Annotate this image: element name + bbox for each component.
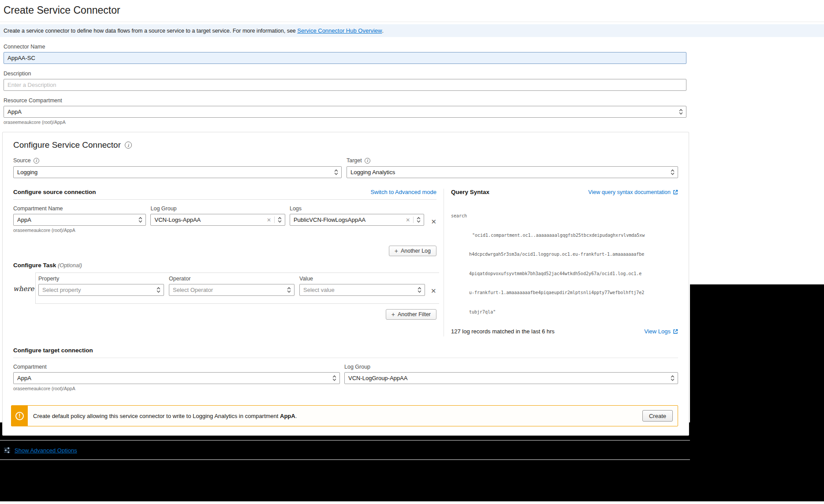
remove-filter-row-icon[interactable]: ✕ xyxy=(431,287,436,294)
select-stepper-icon xyxy=(138,217,142,223)
target-log-group-label: Log Group xyxy=(344,364,678,370)
target-compartment-helper: oraseemeaukcore (root)/AppA xyxy=(13,386,340,391)
external-link-icon xyxy=(673,329,678,334)
code-line: h4dcpcdwrgah5r3sm3a/ocid1.loggroup.oc1.e… xyxy=(451,251,678,258)
connector-name-label: Connector Name xyxy=(4,44,686,50)
policy-banner-text: Create default policy allowing this serv… xyxy=(33,413,297,419)
external-link-icon xyxy=(673,190,678,195)
optional-note: (Optional) xyxy=(58,262,82,269)
log-group-select[interactable]: VCN-Logs-AppAA ✕ xyxy=(150,214,285,226)
another-log-label: Another Log xyxy=(401,248,431,254)
select-stepper-icon xyxy=(671,375,675,381)
target-connection-section: Configure target connection Compartment … xyxy=(13,347,678,391)
view-logs-label: View Logs xyxy=(644,328,671,335)
source-select[interactable]: Logging xyxy=(13,166,342,178)
operator-label: Operator xyxy=(169,276,295,282)
create-button[interactable]: Create xyxy=(642,410,673,422)
screen: Create Service Connector Create a servic… xyxy=(0,0,824,504)
target-info-icon: i xyxy=(365,158,370,164)
switch-advanced-mode-link[interactable]: Switch to Advanced mode xyxy=(370,189,436,195)
configure-task-heading: Configure Task xyxy=(13,262,56,269)
source-label: Source xyxy=(13,157,31,164)
background-black-region xyxy=(690,284,824,422)
target-compartment-select[interactable]: AppA xyxy=(13,372,340,384)
compartment-name-value: AppA xyxy=(17,217,135,223)
property-placeholder: Select property xyxy=(42,287,153,293)
configure-service-connector-panel: Configure Service Connector i Source i L… xyxy=(2,132,689,436)
select-stepper-icon xyxy=(417,217,421,223)
description-label: Description xyxy=(4,71,686,77)
select-stepper-icon xyxy=(157,287,160,293)
resource-compartment-select[interactable]: AppA xyxy=(4,106,686,118)
select-stepper-icon xyxy=(278,217,282,223)
field-separator xyxy=(274,217,275,223)
source-connection-section: Configure source connection Switch to Ad… xyxy=(13,189,436,336)
target-select[interactable]: Logging Analytics xyxy=(347,166,678,178)
logs-label: Logs xyxy=(290,205,424,212)
show-advanced-options-link[interactable]: Show Advanced Options xyxy=(15,447,77,454)
select-stepper-icon xyxy=(671,169,675,175)
view-logs-link[interactable]: View Logs xyxy=(644,328,678,335)
footer-bottom-divider xyxy=(0,459,690,460)
resource-compartment-label: Resource Compartment xyxy=(4,97,686,104)
description-input[interactable] xyxy=(4,79,686,91)
select-stepper-icon xyxy=(287,287,291,293)
configure-heading: Configure Service Connector xyxy=(13,140,121,150)
logs-select[interactable]: PublicVCN-FlowLogsAppAA ✕ xyxy=(290,214,424,226)
intro-text: Create a service connector to define how… xyxy=(4,28,297,34)
policy-warning-banner: ! Create default policy allowing this se… xyxy=(11,405,678,426)
intro-note: Create a service connector to define how… xyxy=(0,24,824,37)
operator-select[interactable]: Select Operator xyxy=(169,284,295,296)
plus-icon: + xyxy=(391,311,395,317)
log-records-matched-text: 127 log records matched in the last 6 hr… xyxy=(451,328,555,335)
value-label: Value xyxy=(299,276,425,282)
code-line: tubjr7qla" xyxy=(451,309,678,316)
clear-icon[interactable]: ✕ xyxy=(406,217,410,223)
another-filter-button[interactable]: + Another Filter xyxy=(386,309,436,320)
property-label: Property xyxy=(38,276,164,282)
value-select[interactable]: Select value xyxy=(299,284,425,296)
info-icon: i xyxy=(125,142,132,149)
code-line: "ocid1.compartment.oc1..aaaaaaaalgqgfsb2… xyxy=(451,232,678,239)
resource-compartment-value: AppA xyxy=(7,108,676,115)
select-stepper-icon xyxy=(679,108,683,115)
compartment-name-label: Compartment Name xyxy=(13,205,146,212)
query-syntax-doc-label: View query syntax documentation xyxy=(588,189,671,195)
compartment-name-select[interactable]: AppA xyxy=(13,214,146,226)
log-group-value: VCN-Logs-AppAA xyxy=(154,217,263,223)
intro-text-end: . xyxy=(382,28,383,34)
operator-placeholder: Select Operator xyxy=(173,287,284,293)
resource-compartment-helper: oraseemeaukcore (root)/AppA xyxy=(4,119,686,125)
code-line: search xyxy=(451,213,678,220)
source-connection-heading: Configure source connection xyxy=(13,189,96,195)
where-label: where xyxy=(13,273,35,304)
query-syntax-panel: Query Syntax View query syntax documenta… xyxy=(451,189,678,336)
target-log-group-select[interactable]: VCN-LogGroup-AppAA xyxy=(344,372,678,384)
source-info-icon: i xyxy=(34,158,39,164)
select-stepper-icon xyxy=(418,287,421,293)
warning-icon-block: ! xyxy=(11,406,28,426)
source-value: Logging xyxy=(17,169,331,175)
target-compartment-label: Compartment xyxy=(13,364,340,370)
query-syntax-heading: Query Syntax xyxy=(451,189,489,195)
policy-compartment-name: AppA xyxy=(280,413,295,419)
vertical-divider xyxy=(444,189,444,336)
warning-icon: ! xyxy=(15,412,24,420)
target-compartment-value: AppA xyxy=(17,375,329,381)
target-value: Logging Analytics xyxy=(350,169,667,175)
select-stepper-icon xyxy=(334,169,338,175)
another-log-button[interactable]: + Another Log xyxy=(389,246,436,256)
compartment-name-helper: oraseemeaukcore (root)/AppA xyxy=(13,228,146,233)
code-line: u-frankfurt-1.amaaaaaaafbe4piqaeupdir2ml… xyxy=(451,290,678,296)
query-syntax-doc-link[interactable]: View query syntax documentation xyxy=(588,189,678,195)
title-divider xyxy=(0,22,824,22)
property-select[interactable]: Select property xyxy=(38,284,164,296)
plus-icon: + xyxy=(395,248,398,254)
connector-name-input[interactable] xyxy=(4,52,686,64)
target-label: Target xyxy=(347,157,362,164)
clear-icon[interactable]: ✕ xyxy=(267,217,271,223)
remove-log-row-icon[interactable]: ✕ xyxy=(431,218,436,225)
service-connector-hub-overview-link[interactable]: Service Connector Hub Overview xyxy=(297,27,382,34)
advanced-options-icon xyxy=(4,447,11,454)
code-line: 4piqatdopvoxufsyvtmmbk7bh3aqd52jac44wtkd… xyxy=(451,271,678,277)
